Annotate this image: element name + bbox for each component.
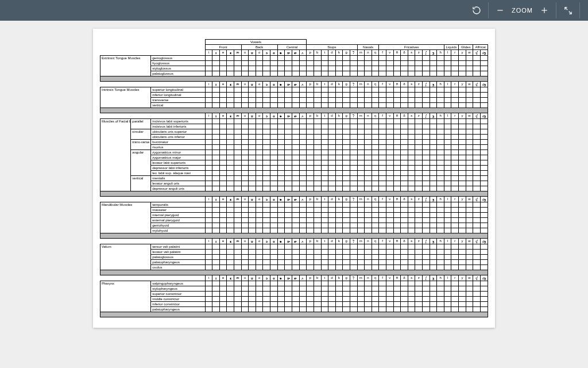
grid-cell [480, 244, 488, 250]
col-letter: n [365, 197, 372, 202]
col-letter: ʊ [249, 275, 256, 281]
grid-cell [307, 171, 314, 176]
col-letter: æ [234, 82, 242, 87]
grid-cell [285, 93, 292, 98]
grid-cell [314, 66, 321, 71]
col-letter: b [314, 275, 321, 281]
grid-cell [430, 145, 437, 150]
col-letter: d [328, 197, 336, 202]
grid-cell [292, 292, 299, 297]
grid-cell [227, 129, 234, 135]
grid-cell [386, 140, 394, 145]
grid-cell [205, 218, 212, 223]
grid-cell [365, 150, 372, 155]
grid-cell [270, 93, 278, 98]
grid-cell [292, 265, 299, 270]
grid-cell [459, 124, 466, 129]
grid-cell [466, 93, 473, 98]
grid-cell [480, 166, 488, 171]
grid-cell [335, 135, 343, 140]
grid-cell [386, 213, 394, 218]
grid-cell [408, 87, 415, 93]
grid-cell [263, 302, 270, 307]
col-letter: ʔ [350, 239, 357, 244]
col-letter: s [408, 239, 415, 244]
col-letter: ə [277, 113, 285, 119]
grid-cell [219, 228, 227, 233]
grid-cell [335, 124, 343, 129]
grid-cell [219, 297, 227, 302]
col-letter: ʔ [350, 113, 357, 119]
grid-cell [480, 155, 488, 160]
grid-cell [408, 186, 415, 191]
grid-cell [437, 56, 444, 61]
col-letter: ɑ [270, 82, 278, 87]
grid-cell [234, 186, 242, 191]
grid-cell [314, 145, 321, 150]
col-letter: v [386, 50, 394, 56]
grid-cell [357, 155, 365, 160]
col-letter: z [415, 113, 423, 119]
collapse-icon[interactable] [560, 2, 576, 18]
grid-cell [212, 255, 220, 260]
grid-cell [408, 244, 415, 250]
grid-cell [343, 66, 350, 71]
grid-cell [480, 186, 488, 191]
grid-cell [466, 166, 473, 171]
grid-cell [227, 202, 234, 208]
grid-cell [285, 98, 292, 103]
zoom-in-button[interactable] [536, 2, 552, 18]
grid-cell [285, 129, 292, 135]
zoom-out-button[interactable] [492, 2, 508, 18]
grid-cell [292, 281, 299, 286]
grid-cell [466, 176, 473, 181]
col-letter: h [437, 113, 444, 119]
grid-cell [277, 260, 285, 265]
grid-cell [415, 176, 423, 181]
grid-cell [328, 202, 336, 208]
grid-cell [249, 66, 256, 71]
grid-cell [430, 202, 437, 208]
grid-cell [343, 213, 350, 218]
grid-cell [401, 297, 408, 302]
grid-cell [430, 265, 437, 270]
grid-cell [466, 119, 473, 124]
grid-cell [314, 181, 321, 186]
grid-cell [437, 155, 444, 160]
col-letter: r [451, 275, 459, 281]
grid-cell [256, 302, 263, 307]
col-letter: e [219, 275, 227, 281]
grid-cell [372, 208, 379, 213]
grid-cell [480, 213, 488, 218]
row-subgroup: circular [131, 129, 151, 140]
svg-line-4 [568, 11, 571, 13]
grid-cell [227, 56, 234, 61]
grid-cell [321, 171, 328, 176]
grid-cell [437, 297, 444, 302]
grid-cell [299, 186, 307, 191]
grid-cell [270, 176, 278, 181]
grid-cell [270, 150, 278, 155]
col-letter: ɑ [270, 113, 278, 119]
grid-cell [256, 218, 263, 223]
grid-cell [350, 218, 357, 223]
grid-cell [386, 176, 394, 181]
grid-cell [292, 71, 299, 76]
grid-cell [270, 218, 278, 223]
grid-cell [241, 145, 249, 150]
grid-cell [270, 166, 278, 171]
grid-cell [408, 93, 415, 98]
col-letter: k [335, 82, 343, 87]
grid-cell [241, 71, 249, 76]
grid-cell [263, 307, 270, 312]
grid-cell [335, 208, 343, 213]
grid-cell [415, 186, 423, 191]
grid-cell [459, 93, 466, 98]
grid-cell [423, 140, 430, 145]
grid-cell [321, 56, 328, 61]
grid-cell [234, 223, 242, 228]
grid-cell [473, 140, 481, 145]
reload-icon[interactable] [469, 2, 485, 18]
grid-cell [466, 181, 473, 186]
grid-cell [241, 98, 249, 103]
